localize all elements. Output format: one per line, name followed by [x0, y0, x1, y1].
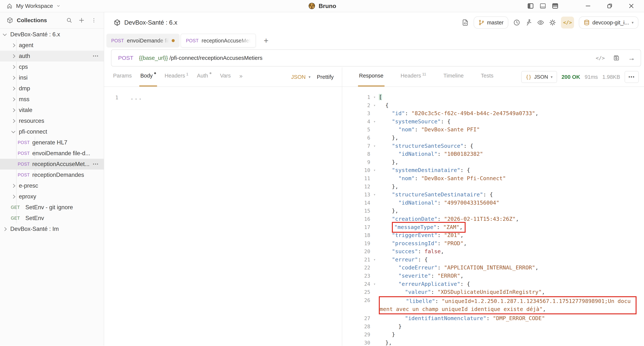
fold-arrow-icon[interactable]: ▾: [370, 280, 379, 288]
json-key: "systemeDestinataire": [392, 167, 460, 173]
search-icon[interactable]: [65, 16, 74, 25]
sidebar-item-envoidemande-file-d-[interactable]: POSTenvoiDemande file-d...: [0, 148, 104, 159]
sidebar-item-receptiondemandes[interactable]: POSTreceptionDemandes: [0, 170, 104, 180]
chevron-right-icon: [12, 43, 15, 47]
new-tab-button[interactable]: +: [264, 36, 268, 45]
status-badge: 200 OK: [562, 74, 580, 80]
tab-auth[interactable]: Auth: [197, 67, 212, 86]
line-number: 29: [342, 331, 370, 339]
sidebar-item-devbox-sant-im[interactable]: DevBox-Santé : Im: [0, 224, 104, 234]
close-button[interactable]: [626, 1, 636, 11]
fold-arrow-icon[interactable]: ▾: [370, 166, 379, 174]
minimize-button[interactable]: [583, 1, 593, 11]
json-punct: ,: [460, 232, 464, 238]
folded-code-widget[interactable]: ...: [130, 94, 142, 101]
kebab-menu-icon[interactable]: [90, 16, 98, 25]
sidebar-item-insi[interactable]: insi: [0, 72, 104, 83]
response-size: 1.98KB: [602, 74, 620, 80]
tab-receptionaccusemet[interactable]: POSTreceptionAccuseMet: [181, 34, 256, 47]
clock-icon[interactable]: [513, 19, 520, 26]
chevron-right-icon: [12, 76, 15, 80]
request-body-editor[interactable]: 1 ...: [104, 87, 342, 346]
fold-arrow-icon[interactable]: ▾: [370, 191, 379, 199]
tab-timeline[interactable]: Timeline: [444, 67, 464, 86]
tab-envoidemande-fil[interactable]: POSTenvoiDemande fil: [106, 34, 180, 47]
json-punct: [379, 199, 398, 206]
sidebar-item-resources[interactable]: resources: [0, 116, 104, 126]
environment-selector[interactable]: devcoop-git_i... ▾: [579, 16, 638, 29]
item-menu-icon[interactable]: •••: [93, 162, 99, 166]
code-line: 22 "codeErreur": "APPLICATION_INTERNAL_E…: [342, 264, 644, 272]
runner-icon[interactable]: [525, 19, 532, 26]
sidebar-item-cps[interactable]: cps: [0, 61, 104, 72]
json-key: "processingId": [392, 240, 438, 246]
json-key: "triggerEvent": [392, 232, 438, 238]
file-code-icon[interactable]: [462, 19, 469, 26]
sidebar-item-setenv-git-ignore[interactable]: GETSetEnv - git ignore: [0, 202, 104, 213]
fold-arrow-icon[interactable]: ▾: [370, 118, 379, 126]
code-line: 1▾[: [342, 93, 644, 101]
code-line: 13▾ "structureSanteDestinataire": {: [342, 191, 644, 199]
tab-response[interactable]: Response: [359, 67, 384, 86]
tab-headers[interactable]: Headers1: [164, 67, 188, 86]
workspace-switcher[interactable]: My Workspace: [6, 3, 60, 9]
code-line: 14 "idNational": "499700433156004": [342, 199, 644, 207]
sidebar-item-receptionaccusemet-[interactable]: POSTreceptionAccuseMet...•••: [0, 159, 104, 170]
sidebar-item-auth[interactable]: auth•••: [0, 51, 104, 61]
gear-icon[interactable]: [549, 19, 556, 26]
response-more-button[interactable]: •••: [624, 71, 639, 83]
maximize-button[interactable]: [604, 1, 615, 11]
code-text: "libelle": "uniqueId=1.2.250.1.287.1.123…: [380, 297, 636, 305]
url-input[interactable]: POST {{base_url}} /pfi-connect/reception…: [111, 49, 641, 66]
add-collection-icon[interactable]: [77, 16, 86, 25]
response-format-select[interactable]: {} JSON ▾: [521, 71, 557, 83]
tab-vars[interactable]: Vars: [220, 67, 231, 86]
json-key: "libelle": [406, 298, 435, 304]
sidebar-item-setenv[interactable]: GETSetEnv: [0, 213, 104, 224]
json-punct: }: [379, 331, 395, 338]
json-punct: :: [437, 224, 443, 230]
collections-tree: DevBox-Santé : 6.xagentauth•••cpsinsidmp…: [0, 29, 104, 346]
code-view-icon[interactable]: </>: [561, 16, 574, 28]
prettify-button[interactable]: Prettify: [317, 74, 334, 80]
panel-top-icon[interactable]: [550, 1, 560, 11]
fold-arrow-icon[interactable]: ▾: [370, 101, 379, 110]
sidebar-item-vitale[interactable]: vitale: [0, 105, 104, 116]
fold-arrow-icon[interactable]: ▾: [370, 93, 379, 101]
sidebar-item-eproxy[interactable]: eproxy: [0, 191, 104, 202]
code-generate-icon[interactable]: </>: [596, 55, 605, 61]
sidebar-item-generate-hl7[interactable]: POSTgenerate HL7: [0, 137, 104, 148]
fold-arrow-icon[interactable]: ▾: [370, 142, 379, 150]
branch-name: master: [487, 19, 504, 26]
save-icon[interactable]: [613, 55, 620, 61]
sidebar-item-dmp[interactable]: dmp: [0, 83, 104, 94]
response-body-viewer[interactable]: 1▾[2▾ {3 "id": "820c3c5c-f62c-49b4-b44c-…: [342, 87, 644, 346]
sidebar-item-e-presc[interactable]: e-presc: [0, 180, 104, 191]
item-label: envoiDemande file-d...: [32, 150, 90, 157]
sidebar-item-devbox-sant-6-x[interactable]: DevBox-Santé : 6.x: [0, 29, 104, 40]
sidebar-item-mss[interactable]: mss: [0, 94, 104, 105]
json-string: "DevBox-Sante Pfi-Connect": [421, 175, 506, 181]
send-request-icon[interactable]: →: [628, 54, 635, 62]
git-branch-button[interactable]: master: [474, 16, 508, 29]
sidebar-item-pfi-connect[interactable]: pfi-connect: [0, 126, 104, 137]
code-line: 7▾ "structureSanteSource": {: [342, 142, 644, 150]
tab-»[interactable]: »: [240, 67, 242, 86]
line-number: 21: [342, 256, 370, 264]
tab-headers[interactable]: Headers11: [401, 67, 426, 86]
sidebar-item-agent[interactable]: agent: [0, 40, 104, 51]
tab-params[interactable]: Params: [113, 67, 132, 86]
panel-bottom-icon[interactable]: [538, 1, 548, 11]
tab-body[interactable]: Body: [140, 67, 156, 86]
json-key: "codeErreur": [398, 264, 438, 271]
eye-icon[interactable]: [537, 19, 544, 26]
body-mode-select[interactable]: JSON: [291, 74, 306, 80]
fold-arrow-icon[interactable]: ▾: [370, 256, 379, 264]
json-punct: [379, 256, 392, 263]
line-number: 2: [342, 101, 370, 110]
panel-left-icon[interactable]: [525, 1, 536, 11]
code-text: "nom": "DevBox-Sante PFI": [379, 126, 480, 134]
chevron-down-icon: [3, 32, 7, 36]
tab-tests[interactable]: Tests: [481, 67, 494, 86]
item-menu-icon[interactable]: •••: [93, 54, 99, 58]
